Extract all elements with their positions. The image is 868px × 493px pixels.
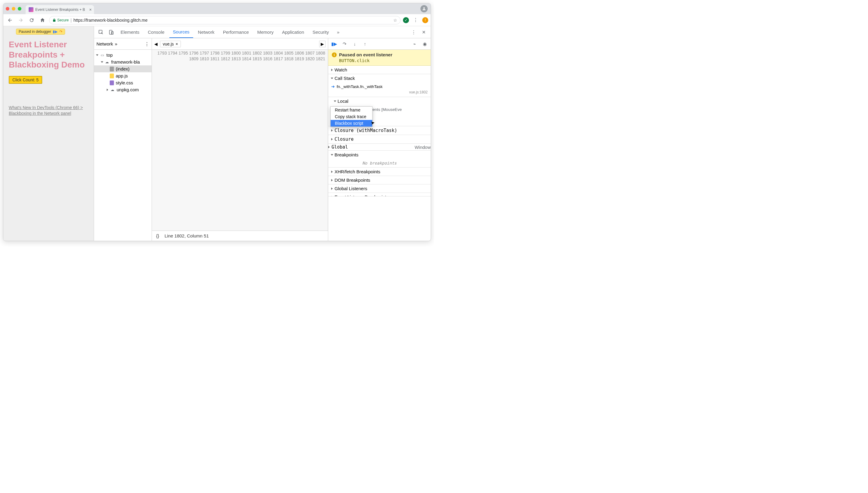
close-file-icon[interactable]: × [176,42,178,46]
context-menu: Restart frame Copy stack trace Blackbox … [330,106,372,127]
section-event-bp[interactable]: Event Listener Breakpoints [328,193,431,196]
section-xhr[interactable]: XHR/fetch Breakpoints [328,168,431,176]
tab-memory[interactable]: Memory [254,26,277,38]
run-snippet-icon[interactable]: ▶ [319,41,325,47]
open-file-tab[interactable]: vue.js × [160,41,181,47]
ctx-restart-frame[interactable]: Restart frame [331,107,372,113]
call-frame-location: vue.js:1802 [409,90,428,94]
menu-dots-icon[interactable]: ⋮ [411,16,420,24]
more-tabs-icon[interactable]: » [334,28,343,37]
tree-top[interactable]: ▭top [94,51,152,59]
section-local[interactable]: Local [328,97,431,105]
editor-status-bar: {} Line 1802, Column 51 [152,231,328,241]
reload-button[interactable] [27,16,36,24]
line-gutter: 1793 1794 1795 1796 1797 1798 1799 1800 … [152,50,328,231]
forward-button[interactable] [17,16,25,24]
profile-avatar-icon[interactable] [420,5,428,12]
tree-file-stylecss[interactable]: style.css [94,79,152,86]
section-closure-with[interactable]: Closure (withMacroTask) [328,126,431,135]
section-closure[interactable]: Closure [328,135,431,144]
ctx-blackbox-script[interactable]: Blackbox script [331,120,372,127]
tab-close-icon[interactable]: × [89,7,92,12]
cursor-position: Line 1802, Column 51 [165,233,209,238]
tab-sources[interactable]: Sources [169,26,193,38]
tab-bar: Event Listener Breakpoints + B × [3,3,431,14]
svg-rect-1 [109,30,112,34]
paused-badge-text: Paused in debugger [19,29,51,34]
step-into-icon[interactable]: ↓ [351,40,359,48]
step-over-icon[interactable]: ↷ [59,29,62,34]
navigator-menu-icon[interactable]: ⋮ [145,41,149,47]
tree-domain[interactable]: ☁framework-bla [94,59,152,65]
click-count-button[interactable]: Click Count: 5 [9,76,42,84]
minimize-window-icon[interactable] [12,7,15,10]
close-window-icon[interactable] [6,7,9,10]
inspect-element-icon[interactable] [96,28,106,37]
info-icon: i [332,52,337,57]
step-over-icon[interactable]: ↷ [341,40,348,48]
debugger-pane: ▮▶ ↷ ↓ ↑ ⌁ ◉ iPaused on event listener B… [328,38,431,241]
secure-lock-icon: Secure [52,18,69,22]
whats-new-link[interactable]: What's New In DevTools (Chrome 66) > Bla… [9,105,88,116]
debugger-toolbar: ▮▶ ↷ ↓ ↑ ⌁ ◉ [328,38,431,50]
bookmark-star-icon[interactable]: ☆ [393,18,397,23]
paused-message: iPaused on event listener BUTTON.click [328,50,431,66]
back-button[interactable] [6,16,14,24]
navigator-more-tabs-icon[interactable]: » [115,41,117,46]
tab-network[interactable]: Network [194,26,218,38]
content-area: Paused in debugger ▮▶ ↷ Event Listener B… [3,26,431,241]
browser-tab[interactable]: Event Listener Breakpoints + B × [26,5,94,14]
tab-console[interactable]: Console [144,26,168,38]
deactivate-breakpoints-icon[interactable]: ⌁ [411,40,418,48]
resume-script-icon[interactable]: ▮▶ [331,40,338,48]
devtools-tab-bar: Elements Console Sources Network Perform… [94,26,431,38]
url-input[interactable]: Secure | https://framework-blackboxing.g… [49,16,400,24]
tab-security[interactable]: Security [309,26,332,38]
new-tab-button[interactable] [96,6,104,13]
format-braces-icon[interactable]: {} [156,233,159,238]
code-editor[interactable]: 1793 1794 1795 1796 1797 1798 1799 1800 … [152,50,328,231]
extension-icon[interactable]: ✓ [403,17,409,23]
extension-warning-icon[interactable]: ! [422,17,428,23]
paused-title: Paused on event listener [339,52,392,57]
section-breakpoints[interactable]: Breakpoints [328,151,431,159]
step-out-icon[interactable]: ↑ [361,40,369,48]
secure-label: Secure [57,18,69,22]
section-callstack[interactable]: Call Stack [328,74,431,82]
address-bar: Secure | https://framework-blackboxing.g… [3,14,431,26]
devtools-menu-icon[interactable]: ⋮ [409,28,418,37]
page-viewport: Paused in debugger ▮▶ ↷ Event Listener B… [3,26,94,241]
toggle-navigator-icon[interactable]: ◀ [154,42,158,46]
no-breakpoints-label: No breakpoints [328,159,431,167]
section-listeners[interactable]: Global Listeners [328,185,431,193]
paused-sub: BUTTON.click [332,58,427,63]
tab-elements[interactable]: Elements [117,26,143,38]
tree-cdn[interactable]: ☁unpkg.com [94,86,152,93]
maximize-window-icon[interactable] [18,7,21,10]
devtools-close-icon[interactable]: ✕ [419,28,428,37]
paused-in-debugger-badge: Paused in debugger ▮▶ ↷ [16,29,65,35]
device-toggle-icon[interactable] [107,28,116,37]
ctx-copy-stack-trace[interactable]: Copy stack trace [331,113,372,120]
sources-body: Network » ⋮ ▭top ☁framework-bla (index) … [94,38,431,241]
section-dom[interactable]: DOM Breakpoints [328,176,431,184]
pause-exceptions-icon[interactable]: ◉ [421,40,428,48]
tree-file-appjs[interactable]: app.js [94,72,152,79]
resume-icon[interactable]: ▮▶ [53,29,58,34]
tree-file-index[interactable]: (index) [94,65,152,72]
open-file-name: vue.js [163,42,174,46]
tab-application[interactable]: Application [279,26,308,38]
call-frame-name: fn._withTask.fn._withTask [337,84,383,89]
page-title: Event Listener Breakpoints + Blackboxing… [9,40,88,70]
navigator-tab-label[interactable]: Network [96,41,113,46]
section-global[interactable]: GlobalWindow [328,144,431,150]
navigator-header: Network » ⋮ [94,38,152,50]
home-button[interactable] [38,16,47,24]
call-frame[interactable]: ➔ fn._withTask.fn._withTask [331,84,428,89]
window-controls [6,7,21,10]
section-watch[interactable]: Watch [328,66,431,74]
url-text: https://framework-blackboxing.glitch.me [73,18,148,23]
tab-title: Event Listener Breakpoints + B [35,7,85,12]
editor-header: ◀ vue.js × ▶ [152,38,328,50]
tab-performance[interactable]: Performance [219,26,253,38]
